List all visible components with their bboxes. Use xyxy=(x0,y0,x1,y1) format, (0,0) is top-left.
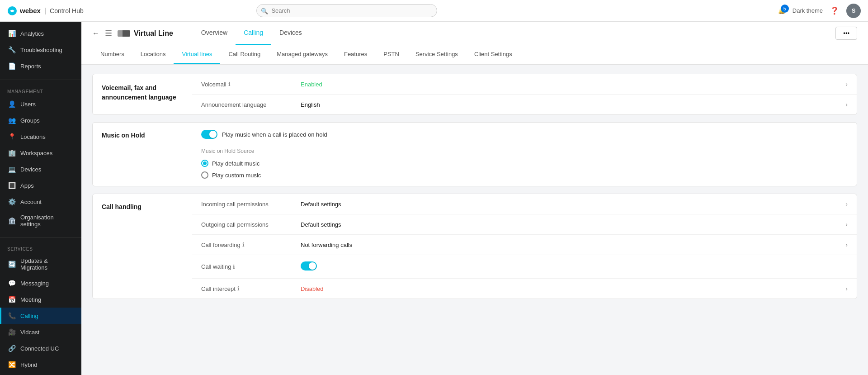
subheader-tab-calling[interactable]: Calling xyxy=(236,22,271,45)
moh-radio-custom[interactable]: Play custom music xyxy=(201,171,848,179)
call-handling-title: Call handling xyxy=(93,194,192,299)
moh-toggle-label: Play music when a call is placed on hold xyxy=(222,131,327,138)
sec-tab-features[interactable]: Features xyxy=(336,45,375,64)
sidebar-item-analytics[interactable]: 📊 Analytics xyxy=(0,25,81,42)
sec-tab-call-routing[interactable]: Call Routing xyxy=(220,45,269,64)
subheader-tab-devices[interactable]: Devices xyxy=(271,22,310,45)
content-area: ← ☰ Virtual Line Overview Calling Device… xyxy=(81,22,868,375)
subheader-tab-overview[interactable]: Overview xyxy=(193,22,236,45)
sec-tab-pstn[interactable]: PSTN xyxy=(375,45,407,64)
moh-toggle[interactable] xyxy=(201,130,217,139)
sidebar-item-vidcast[interactable]: 🎥 Vidcast xyxy=(0,324,81,340)
announcement-language-edit-button[interactable]: › xyxy=(845,101,848,108)
moh-radio-default-label: Play default music xyxy=(212,160,260,167)
more-button[interactable]: ••• xyxy=(835,27,857,40)
meeting-icon: 📅 xyxy=(8,295,16,304)
notification-badge: 5 xyxy=(781,5,789,13)
sidebar-item-workspaces[interactable]: 🏢 Workspaces xyxy=(0,145,81,161)
sidebar-item-label-hybrid: Hybrid xyxy=(20,361,38,368)
sidebar-item-hybrid[interactable]: 🔀 Hybrid xyxy=(0,356,81,373)
sidebar-item-users[interactable]: 👤 Users xyxy=(0,96,81,112)
theme-toggle[interactable]: Dark theme xyxy=(793,7,823,14)
voicemail-edit-button[interactable]: › xyxy=(845,81,848,88)
call-handling-inner: Call handling Incoming call permissions … xyxy=(93,194,857,299)
messaging-icon: 💬 xyxy=(8,279,16,287)
logo-sub-text: Control Hub xyxy=(50,7,84,14)
sidebar-item-messaging[interactable]: 💬 Messaging xyxy=(0,275,81,291)
list-icon: ☰ xyxy=(105,28,112,38)
sidebar-item-org-settings[interactable]: 🏛️ Organisation settings xyxy=(0,210,81,232)
moh-radio-default[interactable]: Play default music xyxy=(201,160,848,167)
incoming-call-permissions-edit[interactable]: › xyxy=(845,200,848,208)
sidebar-item-locations[interactable]: 📍 Locations xyxy=(0,128,81,145)
call-intercept-info-icon[interactable]: ℹ xyxy=(237,285,240,292)
music-on-hold-inner: Music on Hold Play music when a call is … xyxy=(93,123,857,186)
apps-icon: 🔳 xyxy=(8,181,16,190)
sidebar-item-groups[interactable]: 👥 Groups xyxy=(0,112,81,128)
sidebar-item-label-reports: Reports xyxy=(20,63,41,70)
call-waiting-toggle-knob xyxy=(309,262,316,270)
troubleshooting-icon: 🔧 xyxy=(8,46,16,54)
call-forwarding-edit[interactable]: › xyxy=(845,241,848,248)
moh-toggle-knob xyxy=(209,131,217,138)
sidebar-item-label-troubleshooting: Troubleshooting xyxy=(20,47,62,53)
back-button[interactable]: ← xyxy=(92,29,99,38)
sidebar-item-account[interactable]: ⚙️ Account xyxy=(0,194,81,210)
sec-tab-managed-gateways[interactable]: Managed gateways xyxy=(269,45,336,64)
secondary-tabs: Numbers Locations Virtual lines Call Rou… xyxy=(81,45,868,65)
entity-info: Virtual Line xyxy=(118,29,173,38)
call-forwarding-value: Not forwarding calls xyxy=(301,242,845,248)
help-icon[interactable]: ❓ xyxy=(830,6,839,15)
sec-tab-numbers[interactable]: Numbers xyxy=(92,45,132,64)
call-waiting-row: Call waiting ℹ › xyxy=(192,255,857,279)
sidebar-item-label-users: Users xyxy=(20,101,36,108)
search-icon: 🔍 xyxy=(261,7,268,14)
reports-icon: 📄 xyxy=(8,62,16,70)
sidebar-item-label-devices: Devices xyxy=(20,166,41,173)
sidebar-item-label-messaging: Messaging xyxy=(20,280,49,287)
call-handling-section: Call handling Incoming call permissions … xyxy=(92,194,857,299)
call-forwarding-info-icon[interactable]: ℹ xyxy=(242,242,245,248)
call-handling-fields: Incoming call permissions Default settin… xyxy=(192,194,857,299)
music-on-hold-section: Music on Hold Play music when a call is … xyxy=(92,122,857,186)
search-input[interactable] xyxy=(256,4,437,17)
moh-radio-custom-circle xyxy=(201,171,208,179)
outgoing-call-permissions-edit[interactable]: › xyxy=(845,221,848,228)
sidebar-item-calling[interactable]: 📞 Calling xyxy=(0,308,81,324)
calling-icon: 📞 xyxy=(8,312,16,320)
moh-radio-custom-label: Play custom music xyxy=(212,172,261,179)
badge-container: 🔔 5 xyxy=(778,7,785,14)
sidebar-item-reports[interactable]: 📄 Reports xyxy=(0,58,81,74)
sidebar-item-apps[interactable]: 🔳 Apps xyxy=(0,177,81,194)
analytics-icon: 📊 xyxy=(8,29,16,38)
sidebar-section-label-management: MANAGEMENT xyxy=(0,85,81,96)
sidebar-item-label-connected-uc: Connected UC xyxy=(20,345,59,352)
org-settings-icon: 🏛️ xyxy=(8,217,16,225)
voicemail-info-icon[interactable]: ℹ xyxy=(228,81,231,87)
sec-tab-virtual-lines[interactable]: Virtual lines xyxy=(174,45,220,64)
sidebar-item-updates[interactable]: 🔄 Updates & Migrations xyxy=(0,253,81,275)
sidebar-item-meeting[interactable]: 📅 Meeting xyxy=(0,291,81,308)
call-waiting-toggle-container xyxy=(301,261,845,272)
call-waiting-info-icon[interactable]: ℹ xyxy=(233,264,235,270)
entity-icon xyxy=(118,30,130,37)
sidebar: 📊 Analytics 🔧 Troubleshooting 📄 Reports … xyxy=(0,22,81,375)
scroll-content: Voicemail, fax and announcement language… xyxy=(81,65,868,375)
sec-tab-client-settings[interactable]: Client Settings xyxy=(466,45,520,64)
announcement-language-label: Announcement language xyxy=(201,101,301,108)
sidebar-item-connected-uc[interactable]: 🔗 Connected UC xyxy=(0,340,81,356)
vidcast-icon: 🎥 xyxy=(8,328,16,336)
sidebar-item-label-account: Account xyxy=(20,199,42,205)
connected-uc-icon: 🔗 xyxy=(8,344,16,352)
sec-tab-service-settings[interactable]: Service Settings xyxy=(407,45,466,64)
sidebar-item-troubleshooting[interactable]: 🔧 Troubleshooting xyxy=(0,42,81,58)
music-on-hold-title: Music on Hold xyxy=(93,123,192,186)
sec-tab-locations[interactable]: Locations xyxy=(132,45,174,64)
avatar[interactable]: S xyxy=(846,4,861,18)
sidebar-section-label-services: SERVICES xyxy=(0,243,81,253)
sidebar-item-devices[interactable]: 💻 Devices xyxy=(0,161,81,177)
sidebar-item-label-updates: Updates & Migrations xyxy=(20,257,75,271)
call-intercept-value: Disabled xyxy=(301,285,845,292)
call-intercept-edit[interactable]: › xyxy=(845,285,848,292)
call-waiting-toggle[interactable] xyxy=(301,261,317,271)
